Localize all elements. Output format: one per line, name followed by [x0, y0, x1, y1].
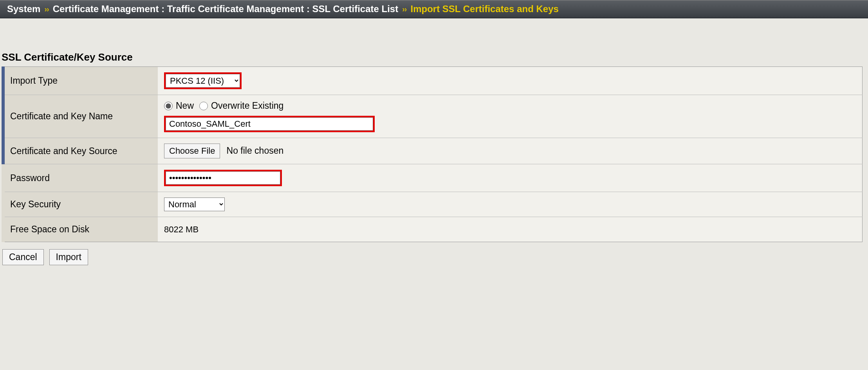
label-key-security: Key Security	[3, 192, 158, 217]
highlight-import-type: PKCS 12 (IIS)	[164, 72, 242, 89]
section-title: SSL Certificate/Key Source	[0, 50, 868, 66]
import-type-select[interactable]: PKCS 12 (IIS)	[166, 74, 240, 88]
breadcrumb-root[interactable]: System	[7, 4, 40, 14]
label-import-type: Import Type	[3, 67, 158, 95]
label-free-space: Free Space on Disk	[3, 217, 158, 242]
breadcrumb-separator-icon: ››	[402, 5, 406, 14]
file-chosen-label: No file chosen	[227, 145, 284, 156]
label-cert-key-source: Certificate and Key Source	[3, 138, 158, 164]
breadcrumb-separator-icon: ››	[44, 5, 49, 14]
row-password: Password	[3, 164, 863, 192]
highlight-password	[164, 170, 282, 186]
cert-key-name-input[interactable]	[166, 117, 373, 131]
main-content: SSL Certificate/Key Source Import Type P…	[0, 18, 868, 280]
radio-new-label: New	[176, 101, 194, 111]
footer-buttons: Cancel Import	[0, 242, 868, 272]
label-password: Password	[3, 164, 158, 192]
row-free-space: Free Space on Disk 8022 MB	[3, 217, 863, 242]
password-input[interactable]	[166, 171, 280, 185]
row-import-type: Import Type PKCS 12 (IIS)	[3, 67, 863, 95]
row-key-security: Key Security Normal	[3, 192, 863, 217]
row-cert-key-source: Certificate and Key Source Choose File N…	[3, 138, 863, 164]
row-cert-key-name: Certificate and Key Name New Overwrite E…	[3, 95, 863, 138]
radio-overwrite-label: Overwrite Existing	[211, 101, 283, 111]
cert-name-radio-group: New Overwrite Existing	[164, 101, 856, 111]
breadcrumb-current: Import SSL Certificates and Keys	[411, 4, 559, 14]
label-cert-key-name: Certificate and Key Name	[3, 95, 158, 138]
key-security-select[interactable]: Normal	[164, 198, 225, 211]
free-space-value: 8022 MB	[164, 225, 199, 234]
highlight-cert-name	[164, 116, 375, 132]
form-table: Import Type PKCS 12 (IIS) Certificate an…	[2, 66, 863, 242]
choose-file-button[interactable]: Choose File	[164, 144, 220, 158]
radio-new[interactable]	[164, 102, 173, 110]
radio-overwrite[interactable]	[199, 102, 208, 110]
cancel-button[interactable]: Cancel	[2, 249, 44, 265]
breadcrumb-mid[interactable]: Certificate Management : Traffic Certifi…	[53, 4, 398, 14]
breadcrumb: System ›› Certificate Management : Traff…	[0, 0, 868, 18]
import-button[interactable]: Import	[49, 249, 88, 265]
